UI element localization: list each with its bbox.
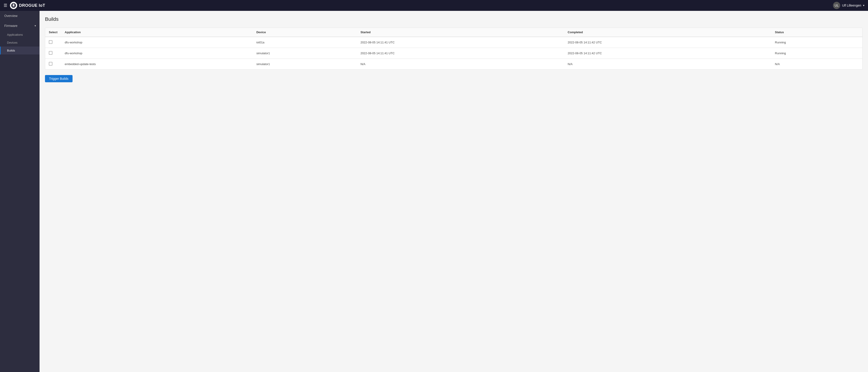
builds-table-container: Select Application Device Started Comple… [45,28,863,70]
sidebar-item-overview-label: Overview [4,14,18,18]
table-row: dfu-workshop simulator1 2022-08-05 14:11… [45,48,862,59]
svg-point-2 [13,4,13,5]
table-header: Select Application Device Started Comple… [45,28,862,37]
sidebar-item-overview[interactable]: Overview [0,11,39,21]
row-completed: N/A [564,59,771,70]
hamburger-icon[interactable]: ☰ [4,3,7,8]
svg-point-3 [14,4,14,5]
col-application: Application [61,28,253,37]
sidebar-item-firmware-label: Firmware [4,24,18,28]
row-checkbox[interactable] [49,62,53,66]
row-started: N/A [357,59,564,70]
user-name: Ulf Lilleengen [842,4,861,7]
row-status: N/A [771,59,862,70]
topbar-right: UL Ulf Lilleengen ▾ [833,2,864,9]
row-checkbox[interactable] [49,51,53,55]
row-application: dfu-workshop [61,37,253,48]
col-started: Started [357,28,564,37]
chevron-down-icon[interactable]: ▾ [863,4,864,7]
sidebar-item-firmware[interactable]: Firmware ▾ [0,21,39,31]
col-status: Status [771,28,862,37]
sidebar: Overview Firmware ▾ Applications Devices… [0,11,39,372]
row-checkbox-cell [45,37,61,48]
col-device: Device [253,28,357,37]
row-checkbox-cell [45,59,61,70]
table-row: dfu-workshop iot01a 2022-08-05 14:11:41 … [45,37,862,48]
table-row: embedded-update-tests simulator1 N/A N/A… [45,59,862,70]
row-started: 2022-08-05 14:11:41 UTC [357,48,564,59]
row-completed: 2022-08-05 14:11:42 UTC [564,37,771,48]
row-device: simulator1 [253,48,357,59]
row-checkbox[interactable] [49,40,53,44]
row-device: simulator1 [253,59,357,70]
topbar: ☰ DROGUE IoT UL Ulf Lilleengen ▾ [0,0,868,11]
sidebar-item-applications[interactable]: Applications [0,31,39,39]
logo-icon [10,2,17,9]
row-application: dfu-workshop [61,48,253,59]
sidebar-item-applications-label: Applications [7,33,23,36]
topbar-left: ☰ DROGUE IoT [4,2,45,9]
layout: Overview Firmware ▾ Applications Devices… [0,11,868,372]
trigger-builds-button[interactable]: Trigger Builds [45,75,72,82]
row-application: embedded-update-tests [61,59,253,70]
row-status: Running [771,37,862,48]
row-started: 2022-08-05 14:11:41 UTC [357,37,564,48]
main-content: Builds Select Application Device Started… [39,11,868,372]
sidebar-item-builds-label: Builds [7,49,15,52]
builds-table: Select Application Device Started Comple… [45,28,862,69]
avatar: UL [833,2,840,9]
sidebar-item-devices-label: Devices [7,41,18,44]
row-device: iot01a [253,37,357,48]
logo: DROGUE IoT [10,2,45,9]
avatar-initials: UL [835,4,839,7]
expand-icon: ▾ [35,24,36,27]
row-status: Running [771,48,862,59]
col-select: Select [45,28,61,37]
row-checkbox-cell [45,48,61,59]
sidebar-item-builds[interactable]: Builds [0,46,39,55]
col-completed: Completed [564,28,771,37]
logo-text: DROGUE IoT [19,3,45,8]
page-title: Builds [45,16,863,22]
row-completed: 2022-08-05 14:11:42 UTC [564,48,771,59]
table-header-row: Select Application Device Started Comple… [45,28,862,37]
sidebar-item-devices[interactable]: Devices [0,39,39,46]
table-body: dfu-workshop iot01a 2022-08-05 14:11:41 … [45,37,862,69]
